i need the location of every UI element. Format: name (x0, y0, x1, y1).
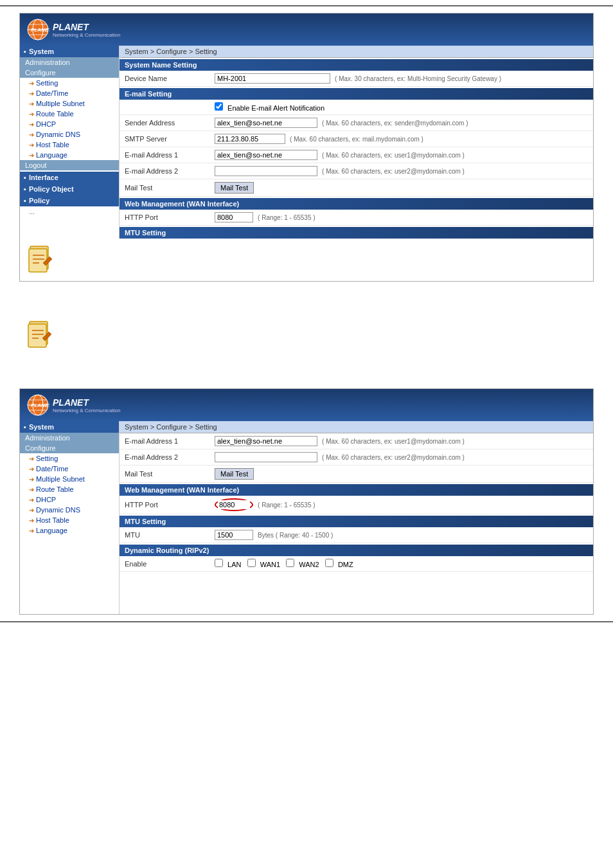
system-icon-2: ▪ (24, 423, 26, 431)
section-webmgmt-1: Web Management (WAN Interface) (120, 198, 593, 210)
system-label-2: System (29, 423, 54, 431)
arrow-setting-2: ➔ (29, 455, 34, 462)
sidebar-more-1[interactable]: ... (20, 206, 119, 217)
section-sysname-1: System Name Setting (120, 59, 593, 71)
sidebar-item-setting-2[interactable]: ➔Setting (20, 453, 119, 464)
email1-cell: ( Max. 60 characters, ex: user1@mydomain… (209, 147, 593, 163)
sidebar-item-routetable-2[interactable]: ➔Route Table (20, 484, 119, 494)
screenshot-block-1: PLANET PLANET Networking & Communication… (19, 13, 594, 282)
enable-dynrouting-row: Enable LAN WAN1 WAN2 DMZ (120, 556, 593, 572)
email2-cont-input[interactable] (215, 452, 317, 462)
smtp-label: SMTP Server (120, 131, 209, 147)
screenshot-block-2: PLANET PLANET Networking & Communication… (19, 388, 594, 615)
sidebar-item-dhcp-2[interactable]: ➔DHCP (20, 494, 119, 505)
content-area-2: System > Configure > Setting E-mail Addr… (120, 421, 593, 614)
email-table-1: Enable E-mail Alert Notification Sender … (120, 100, 593, 197)
sidebar-item-hosttable-1[interactable]: ➔Host Table (20, 140, 119, 150)
lan-label: LAN (227, 561, 241, 568)
sidebar-item-multisubnet-2[interactable]: ➔Multiple Subnet (20, 474, 119, 484)
sender-input[interactable] (215, 118, 317, 128)
enable-dynrouting-cell: LAN WAN1 WAN2 DMZ (209, 556, 593, 572)
lan-checkbox[interactable] (215, 559, 223, 567)
interface-label-1: Interface (29, 174, 58, 181)
sidebar-configure-2[interactable]: Configure (20, 443, 119, 453)
header-bar-1: PLANET PLANET Networking & Communication (20, 14, 593, 46)
smtp-input[interactable] (215, 134, 285, 144)
http-port-row-1: HTTP Port ( Range: 1 - 65535 ) (120, 210, 593, 226)
email1-cont-hint: ( Max. 60 characters, ex: user1@mydomain… (322, 438, 465, 445)
email2-cont-label: E-mail Address 2 (120, 449, 209, 466)
arrow-setting-1: ➔ (29, 80, 34, 87)
sidebar-logout-1[interactable]: Logout (20, 160, 119, 170)
email1-cont-label: E-mail Address 1 (120, 433, 209, 449)
enable-email-label-cell (120, 100, 209, 115)
smtp-row: SMTP Server ( Max. 60 characters, ex: ma… (120, 131, 593, 147)
wan1-checkbox[interactable] (247, 559, 256, 567)
device-name-hint: ( Max. 30 characters, ex: Multi-Homing S… (335, 75, 501, 82)
http-port-input-2[interactable] (218, 500, 250, 509)
http-port-hint-2: ( Range: 1 - 65535 ) (258, 502, 315, 509)
wan1-label: WAN1 (260, 561, 280, 568)
device-name-row: Device Name ( Max. 30 characters, ex: Mu… (120, 71, 593, 87)
dmz-label: DMZ (338, 561, 353, 568)
http-port-cell-1: ( Range: 1 - 65535 ) (209, 210, 593, 226)
enable-email-row: Enable E-mail Alert Notification (120, 100, 593, 115)
mtu-table-2: MTU Bytes ( Range: 40 - 1500 ) (120, 527, 593, 543)
sidebar-item-datetime-2[interactable]: ➔Date/Time (20, 464, 119, 474)
dmz-checkbox[interactable] (325, 559, 333, 567)
sender-label: Sender Address (120, 115, 209, 131)
sidebar-item-dynamicdns-1[interactable]: ➔Dynamic DNS (20, 129, 119, 140)
arrow-dynamicdns-1: ➔ (29, 131, 34, 138)
smtp-hint: ( Max. 60 characters, ex: mail.mydomain.… (290, 136, 423, 143)
section-mtu-2: MTU Setting (120, 516, 593, 527)
sidebar-item-dynamicdns-2[interactable]: ➔Dynamic DNS (20, 505, 119, 515)
email1-input[interactable] (215, 150, 317, 160)
sidebar-configure-1[interactable]: Configure (20, 68, 119, 78)
email2-input[interactable] (215, 166, 317, 176)
svg-rect-13 (28, 324, 46, 347)
mail-test-button-2[interactable]: Mail Test (215, 468, 254, 480)
mtu-label: MTU (120, 527, 209, 543)
email1-cont-input[interactable] (215, 436, 317, 446)
policyobj-icon-1: ▪ (24, 185, 26, 193)
mtu-input[interactable] (215, 530, 253, 540)
wan2-checkbox[interactable] (286, 559, 294, 567)
sidebar-item-setting-1[interactable]: ➔Setting (20, 78, 119, 88)
device-name-value-cell: ( Max. 30 characters, ex: Multi-Homing S… (209, 71, 593, 87)
sidebar-1: ▪ System Administration Configure ➔Setti… (20, 46, 120, 239)
sidebar-item-language-1[interactable]: ➔Language (20, 150, 119, 160)
arrow-multisubnet-2: ➔ (29, 476, 34, 483)
sidebar-item-hosttable-2[interactable]: ➔Host Table (20, 515, 119, 525)
sysname-table-1: Device Name ( Max. 30 characters, ex: Mu… (120, 71, 593, 87)
logo-title-1: PLANET (53, 22, 120, 32)
mailtest-row: Mail Test Mail Test (120, 179, 593, 197)
logo-sub-2: Networking & Communication (53, 408, 120, 413)
content-area-1: System > Configure > Setting System Name… (120, 46, 593, 239)
breadcrumb-2: System > Configure > Setting (120, 421, 593, 433)
email2-row: E-mail Address 2 ( Max. 60 characters, e… (120, 163, 593, 179)
http-port-highlight (215, 498, 253, 511)
email2-cont-cell: ( Max. 60 characters, ex: user2@mydomain… (209, 449, 593, 466)
sidebar-item-dhcp-1[interactable]: ➔DHCP (20, 119, 119, 129)
sidebar-item-multisubnet-1[interactable]: ➔Multiple Subnet (20, 98, 119, 109)
sidebar-admin-2[interactable]: Administration (20, 433, 119, 443)
logo-title-2: PLANET (53, 397, 120, 408)
device-name-input[interactable] (215, 73, 330, 84)
note-icon-area-1 (20, 239, 120, 281)
sidebar-item-routetable-1[interactable]: ➔Route Table (20, 109, 119, 119)
enable-email-label: Enable E-mail Alert Notification (227, 104, 324, 112)
sidebar-item-datetime-1[interactable]: ➔Date/Time (20, 88, 119, 98)
logo-sub-1: Networking & Communication (53, 32, 120, 38)
webmgmt-table-2: HTTP Port ( Range: 1 - 65535 ) (120, 496, 593, 514)
sidebar-admin-1[interactable]: Administration (20, 57, 119, 68)
mail-test-button-1[interactable]: Mail Test (215, 182, 254, 194)
section-email-1: E-mail Setting (120, 88, 593, 100)
arrow-dhcp-2: ➔ (29, 496, 34, 503)
http-port-input-1[interactable] (215, 212, 253, 222)
sidebar-item-language-2[interactable]: ➔Language (20, 525, 119, 536)
middle-note-icon-area (19, 314, 60, 356)
note-icon-1 (25, 244, 56, 275)
http-port-label-1: HTTP Port (120, 210, 209, 226)
arrow-hosttable-1: ➔ (29, 141, 34, 149)
enable-email-checkbox[interactable] (215, 102, 223, 111)
